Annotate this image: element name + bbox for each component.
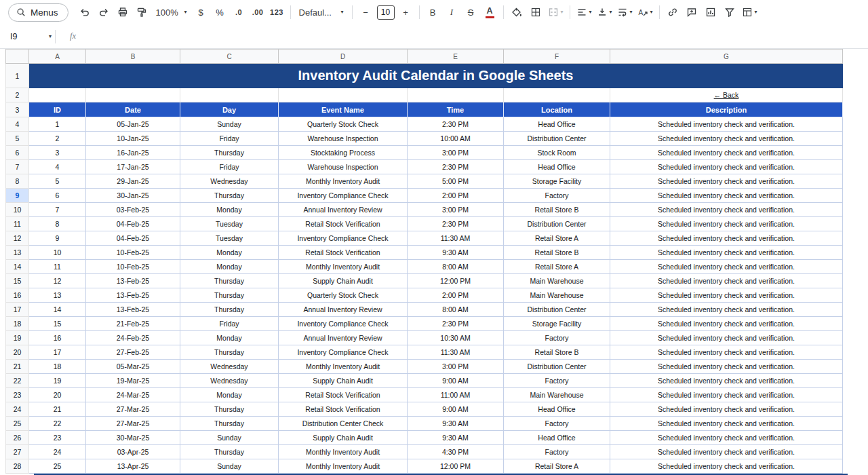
row-number[interactable]: 1 bbox=[6, 64, 29, 88]
row-number[interactable]: 21 bbox=[6, 360, 29, 374]
cell-day[interactable]: Tuesday bbox=[180, 231, 279, 246]
cell-id[interactable]: 14 bbox=[29, 303, 86, 317]
cell-id[interactable]: 7 bbox=[29, 203, 86, 217]
row-number[interactable]: 8 bbox=[6, 174, 29, 189]
row-number[interactable]: 17 bbox=[6, 303, 29, 317]
formula-input[interactable] bbox=[76, 24, 868, 48]
empty-cell[interactable] bbox=[504, 88, 610, 102]
cell-event-name[interactable]: Monthly Inventory Audit bbox=[279, 459, 408, 474]
cell-description[interactable]: Scheduled inventory check and verificati… bbox=[610, 360, 843, 374]
column-header-b[interactable]: B bbox=[86, 50, 180, 64]
row-number[interactable]: 9 bbox=[6, 189, 29, 203]
cell-date[interactable]: 21-Feb-25 bbox=[86, 317, 180, 331]
cell-id[interactable]: 5 bbox=[29, 174, 86, 189]
cell-time[interactable]: 8:00 AM bbox=[408, 303, 504, 317]
cell-time[interactable]: 2:30 PM bbox=[408, 217, 504, 231]
cell-id[interactable]: 4 bbox=[29, 160, 86, 174]
cell-event-name[interactable]: Annual Inventory Review bbox=[279, 331, 408, 345]
row-number[interactable]: 28 bbox=[6, 459, 29, 474]
cell-date[interactable]: 10-Jan-25 bbox=[86, 132, 180, 146]
cell-description[interactable]: Scheduled inventory check and verificati… bbox=[610, 402, 843, 417]
cell-time[interactable]: 9:00 AM bbox=[408, 402, 504, 417]
row-number[interactable]: 5 bbox=[6, 132, 29, 146]
cell-event-name[interactable]: Quarterly Stock Check bbox=[279, 117, 408, 132]
cell-location[interactable]: Factory bbox=[504, 445, 610, 459]
borders-button[interactable] bbox=[527, 3, 545, 21]
insert-chart-button[interactable] bbox=[702, 3, 720, 21]
row-number[interactable]: 25 bbox=[6, 417, 29, 431]
cell-event-name[interactable]: Retail Stock Verification bbox=[279, 388, 408, 402]
header-location[interactable]: Location bbox=[504, 102, 610, 117]
cell-time[interactable]: 2:00 PM bbox=[408, 189, 504, 203]
cell-date[interactable]: 24-Feb-25 bbox=[86, 331, 180, 345]
cell-location[interactable]: Stock Room bbox=[504, 146, 610, 160]
cell-location[interactable]: Head Office bbox=[504, 402, 610, 417]
cell-id[interactable]: 18 bbox=[29, 360, 86, 374]
cell-id[interactable]: 21 bbox=[29, 402, 86, 417]
cell-time[interactable]: 12:00 PM bbox=[408, 274, 504, 288]
back-link[interactable]: ← Back bbox=[610, 88, 843, 102]
text-rotation-button[interactable]: A ▾ bbox=[635, 3, 655, 21]
cell-event-name[interactable]: Monthly Inventory Audit bbox=[279, 360, 408, 374]
cell-location[interactable]: Retail Store B bbox=[504, 246, 610, 260]
font-select[interactable]: Defaul... ▾ bbox=[295, 3, 348, 21]
increase-font-size-button[interactable]: + bbox=[397, 3, 415, 21]
cell-event-name[interactable]: Inventory Compliance Check bbox=[279, 231, 408, 246]
cell-time[interactable]: 2:00 PM bbox=[408, 288, 504, 303]
cell-day[interactable]: Friday bbox=[180, 132, 279, 146]
cell-date[interactable]: 05-Mar-25 bbox=[86, 360, 180, 374]
cell-event-name[interactable]: Monthly Inventory Audit bbox=[279, 445, 408, 459]
row-number[interactable]: 12 bbox=[6, 231, 29, 246]
cell-location[interactable]: Retail Store A bbox=[504, 231, 610, 246]
fill-color-button[interactable] bbox=[508, 3, 526, 21]
cell-id[interactable]: 15 bbox=[29, 317, 86, 331]
cell-description[interactable]: Scheduled inventory check and verificati… bbox=[610, 217, 843, 231]
header-time[interactable]: Time bbox=[408, 102, 504, 117]
cell-description[interactable]: Scheduled inventory check and verificati… bbox=[610, 132, 843, 146]
cell-day[interactable]: Wednesday bbox=[180, 360, 279, 374]
cell-day[interactable]: Friday bbox=[180, 160, 279, 174]
cell-location[interactable]: Head Office bbox=[504, 431, 610, 445]
cell-description[interactable]: Scheduled inventory check and verificati… bbox=[610, 260, 843, 274]
cell-date[interactable]: 19-Mar-25 bbox=[86, 374, 180, 388]
cell-id[interactable]: 6 bbox=[29, 189, 86, 203]
cell-day[interactable]: Thursday bbox=[180, 303, 279, 317]
row-number[interactable]: 7 bbox=[6, 160, 29, 174]
menus-button[interactable]: Menus bbox=[8, 3, 68, 22]
percent-format-button[interactable]: % bbox=[211, 3, 229, 21]
header-date[interactable]: Date bbox=[86, 102, 180, 117]
merge-cells-button[interactable]: ▾ bbox=[546, 3, 566, 21]
cell-date[interactable]: 10-Feb-25 bbox=[86, 246, 180, 260]
text-wrap-button[interactable]: ▾ bbox=[615, 3, 635, 21]
italic-button[interactable]: I bbox=[443, 3, 461, 21]
cell-location[interactable]: Factory bbox=[504, 189, 610, 203]
cell-date[interactable]: 30-Mar-25 bbox=[86, 431, 180, 445]
row-number[interactable]: 11 bbox=[6, 217, 29, 231]
cell-location[interactable]: Factory bbox=[504, 374, 610, 388]
insert-comment-button[interactable] bbox=[683, 3, 701, 21]
column-header-f[interactable]: F bbox=[504, 50, 610, 64]
empty-cell[interactable] bbox=[279, 88, 408, 102]
cell-id[interactable]: 22 bbox=[29, 417, 86, 431]
cell-location[interactable]: Factory bbox=[504, 417, 610, 431]
cell-location[interactable]: Retail Store B bbox=[504, 203, 610, 217]
cell-day[interactable]: Thursday bbox=[180, 445, 279, 459]
cell-time[interactable]: 12:00 PM bbox=[408, 459, 504, 474]
cell-date[interactable]: 27-Mar-25 bbox=[86, 402, 180, 417]
cell-description[interactable]: Scheduled inventory check and verificati… bbox=[610, 231, 843, 246]
cell-location[interactable]: Main Warehouse bbox=[504, 388, 610, 402]
cell-time[interactable]: 11:00 AM bbox=[408, 388, 504, 402]
cell-time[interactable]: 10:00 AM bbox=[408, 132, 504, 146]
cell-time[interactable]: 2:30 PM bbox=[408, 117, 504, 132]
vertical-align-button[interactable]: ▾ bbox=[595, 3, 614, 21]
cell-location[interactable]: Head Office bbox=[504, 160, 610, 174]
cell-day[interactable]: Wednesday bbox=[180, 374, 279, 388]
cell-time[interactable]: 2:30 PM bbox=[408, 317, 504, 331]
cell-time[interactable]: 9:30 AM bbox=[408, 417, 504, 431]
cell-event-name[interactable]: Distribution Center Check bbox=[279, 417, 408, 431]
column-header-d[interactable]: D bbox=[279, 50, 408, 64]
cell-description[interactable]: Scheduled inventory check and verificati… bbox=[610, 117, 843, 132]
cell-description[interactable]: Scheduled inventory check and verificati… bbox=[610, 274, 843, 288]
cell-day[interactable]: Friday bbox=[180, 317, 279, 331]
cell-id[interactable]: 23 bbox=[29, 431, 86, 445]
